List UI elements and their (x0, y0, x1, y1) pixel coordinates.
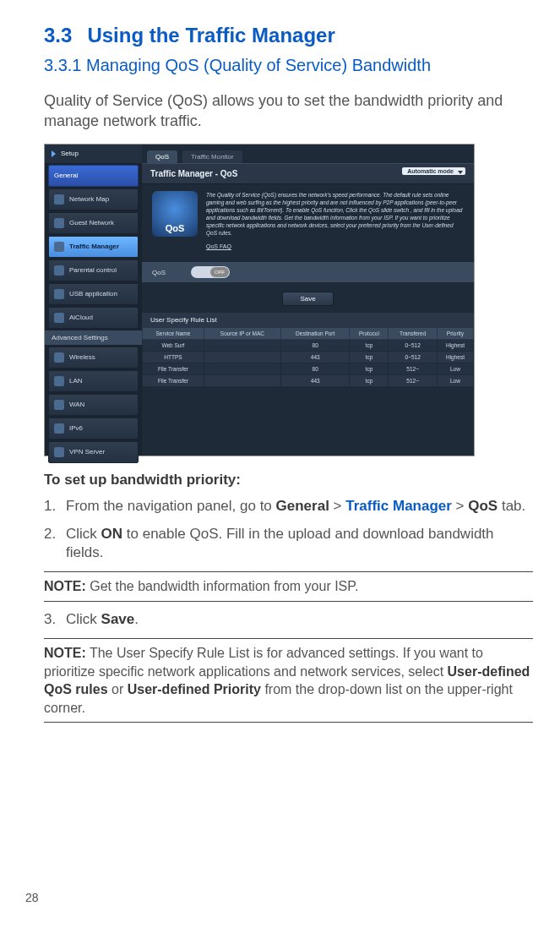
sidebar-item-traffic-manager[interactable]: Traffic Manager (48, 236, 139, 258)
col-protocol: Protocol (350, 328, 389, 340)
intro-paragraph: Quality of Service (QoS) allows you to s… (44, 90, 533, 132)
sidebar-item-usb-application[interactable]: USB application (48, 283, 139, 305)
table-header-row: Service Name Source IP or MAC Destinatio… (143, 328, 474, 340)
col-service-name: Service Name (143, 328, 204, 340)
step-3: Click Save. (44, 610, 533, 630)
table-row: File Transfer443tcp512~Low (143, 375, 474, 387)
sidebar-setup-header: Setup (45, 145, 142, 163)
steps-list-cont: Click Save. (44, 610, 533, 630)
description-text: The Quality of Service (QoS) ensures the… (206, 191, 464, 237)
globe-icon (54, 194, 64, 205)
setup-heading: To set up bandwidth priority: (44, 472, 533, 489)
router-main: QoS Traffic Monitor Traffic Manager - Qo… (142, 145, 474, 456)
toggle-knob: OFF (210, 267, 229, 277)
save-button[interactable]: Save (282, 292, 333, 306)
section-title: 3.3 Using the Traffic Manager (44, 24, 533, 47)
table-row: File Transfer80tcp512~Low (143, 363, 474, 375)
save-row: Save (142, 282, 474, 313)
page-number: 28 (25, 891, 39, 904)
col-priority: Priority (437, 328, 473, 340)
section-name: Using the Traffic Manager (87, 24, 334, 47)
router-sidebar: Setup General Network Map Guest Network … (45, 145, 142, 456)
ipv6-icon (54, 423, 64, 434)
qos-logo-icon (152, 191, 198, 237)
subsection-number: 3.3.1 (44, 56, 81, 74)
section-number: 3.3 (44, 24, 72, 47)
user-icon (54, 218, 64, 228)
col-source-ip: Source IP or MAC (204, 328, 280, 340)
table-row: HTTPS443tcp0~512Highest (143, 352, 474, 363)
sidebar-item-parental-control[interactable]: Parental control (48, 259, 139, 281)
sidebar-item-wireless[interactable]: Wireless (48, 347, 139, 368)
col-dest-port: Destination Port (280, 328, 350, 340)
sidebar-general[interactable]: General (48, 165, 139, 187)
col-transferred: Transfered (389, 328, 438, 340)
sidebar-item-ipv6[interactable]: IPv6 (48, 418, 139, 439)
lan-icon (54, 376, 64, 386)
table-row: Web Surf80tcp0~512Highest (143, 340, 474, 352)
shield-icon (54, 265, 64, 276)
cloud-icon (54, 313, 64, 323)
rule-table: Service Name Source IP or MAC Destinatio… (142, 327, 474, 387)
qos-toggle-label: QoS (152, 269, 166, 276)
sidebar-item-guest-network[interactable]: Guest Network (48, 212, 139, 234)
note-1: NOTE: Get the bandwidth information from… (44, 571, 533, 602)
usb-icon (54, 289, 64, 299)
router-page-title: Traffic Manager - QoS Automatic mode (142, 163, 474, 184)
tab-traffic-monitor[interactable]: Traffic Monitor (182, 150, 242, 163)
step-2: Click ON to enable QoS. Fill in the uplo… (44, 525, 533, 564)
note-2: NOTE: The User Specify Rule List is for … (44, 638, 533, 723)
vpn-icon (54, 447, 64, 457)
qos-faq-link[interactable]: QoS FAQ (206, 243, 231, 249)
mode-dropdown[interactable]: Automatic mode (402, 167, 465, 175)
subsection-name: Managing QoS (Quality of Service) Bandwi… (86, 56, 431, 74)
sidebar-advanced-header: Advanced Settings (45, 330, 142, 345)
sidebar-item-lan[interactable]: LAN (48, 370, 139, 392)
wan-icon (54, 400, 64, 410)
qos-toggle-row: QoS OFF (142, 262, 474, 282)
rule-list-header: User Specify Rule List (142, 313, 474, 327)
sidebar-item-aicloud[interactable]: AiCloud (48, 307, 139, 329)
subsection-title: 3.3.1 Managing QoS (Quality of Service) … (44, 56, 533, 75)
steps-list: From the navigation panel, go to General… (44, 497, 533, 564)
router-screenshot: Setup General Network Map Guest Network … (44, 144, 475, 456)
tab-qos[interactable]: QoS (147, 150, 177, 163)
wifi-icon (54, 352, 64, 363)
sidebar-item-network-map[interactable]: Network Map (48, 188, 139, 210)
gauge-icon (54, 242, 64, 252)
router-tabs: QoS Traffic Monitor (142, 145, 474, 163)
sidebar-item-vpn-server[interactable]: VPN Server (48, 441, 139, 463)
description-area: The Quality of Service (QoS) ensures the… (142, 184, 474, 259)
step-1: From the navigation panel, go to General… (44, 497, 533, 516)
qos-toggle[interactable]: OFF (191, 266, 230, 278)
sidebar-item-wan[interactable]: WAN (48, 394, 139, 416)
